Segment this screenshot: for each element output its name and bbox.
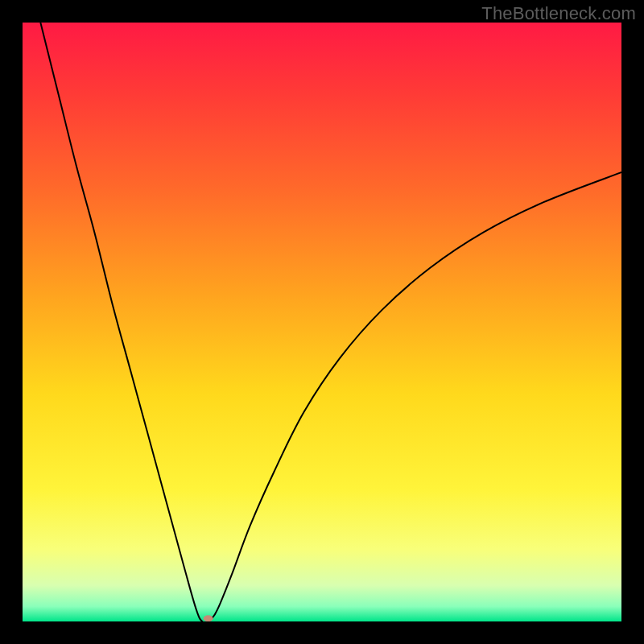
- bottleneck-chart: [23, 23, 621, 621]
- optimal-point-marker: [204, 615, 213, 621]
- chart-frame: TheBottleneck.com: [0, 0, 644, 644]
- plot-outer: [23, 23, 621, 621]
- watermark-text: TheBottleneck.com: [481, 3, 636, 24]
- chart-background: [23, 23, 621, 621]
